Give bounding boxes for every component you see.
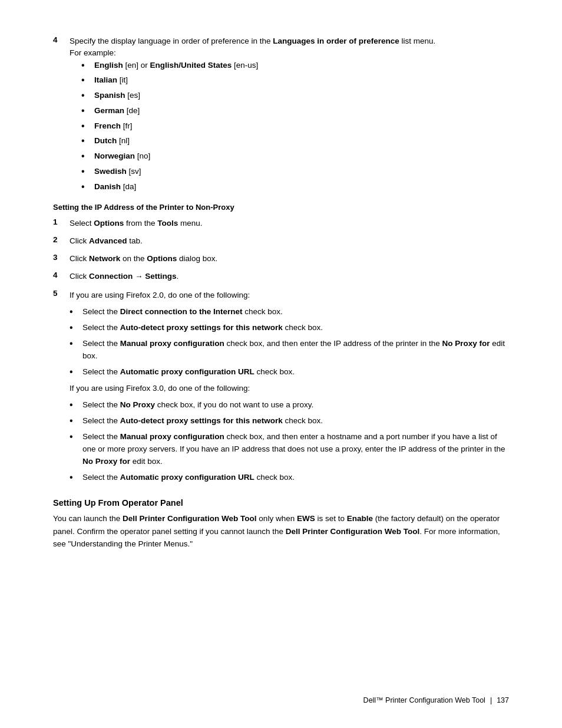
list-item: Select the Auto-detect proxy settings fo… [70, 415, 509, 427]
list-item: Select the Direct connection to the Inte… [70, 306, 509, 318]
step-4: 4 Specify the display language in order … [53, 35, 509, 197]
list-item: Dutch [nl] [81, 135, 509, 147]
ip-step-5: 5 If you are using Firefox 2.0, do one o… [53, 289, 509, 487]
ip-step-4: 4 Click Connection → Settings. [53, 271, 509, 282]
list-item: French [fr] [81, 120, 509, 133]
list-item: Select the No Proxy check box, if you do… [70, 399, 509, 411]
list-item: Select the Manual proxy configuration ch… [70, 431, 509, 468]
footer-separator: | [490, 696, 492, 704]
list-item: English [en] or English/United States [e… [81, 60, 509, 72]
list-item: Italian [it] [81, 74, 509, 87]
step-4-number: 4 [53, 35, 70, 44]
firefox-20-list: Select the Direct connection to the Inte… [70, 306, 509, 378]
ip-step-3: 3 Click Network on the Options dialog bo… [53, 253, 509, 265]
step-4-example: For example: [70, 48, 116, 57]
footer: Dell™ Printer Configuration Web Tool | 1… [363, 696, 509, 704]
footer-page-number: 137 [497, 696, 509, 704]
list-item: German [de] [81, 105, 509, 117]
footer-brand: Dell™ Printer Configuration Web Tool [363, 696, 485, 704]
ip-step-1: 1 Select Options from the Tools menu. [53, 218, 509, 229]
setting-up-para: You can launch the Dell Printer Configur… [53, 512, 509, 551]
firefox-30-list: Select the No Proxy check box, if you do… [70, 399, 509, 484]
page: 4 Specify the display language in order … [0, 0, 562, 728]
list-item: Select the Manual proxy configuration ch… [70, 338, 509, 363]
list-item: Select the Automatic proxy configuration… [70, 366, 509, 378]
firefox-30-intro: If you are using Firefox 3.0, do one of … [70, 382, 509, 395]
firefox-20-intro: If you are using Firefox 2.0, do one of … [70, 289, 509, 302]
ip-step-2: 2 Click Advanced tab. [53, 235, 509, 247]
list-item: Spanish [es] [81, 90, 509, 102]
list-item: Select the Automatic proxy configuration… [70, 472, 509, 484]
list-item: Select the Auto-detect proxy settings fo… [70, 322, 509, 334]
language-list: English [en] or English/United States [e… [81, 60, 509, 193]
list-item: Danish [da] [81, 181, 509, 193]
list-item: Swedish [sv] [81, 166, 509, 178]
setting-ip-heading: Setting the IP Address of the Printer to… [53, 203, 509, 212]
list-item: Norwegian [no] [81, 150, 509, 163]
setting-up-heading: Setting Up From Operator Panel [53, 498, 509, 508]
step-4-text: Specify the display language in order of… [70, 37, 435, 45]
step-4-content: Specify the display language in order of… [70, 35, 509, 197]
